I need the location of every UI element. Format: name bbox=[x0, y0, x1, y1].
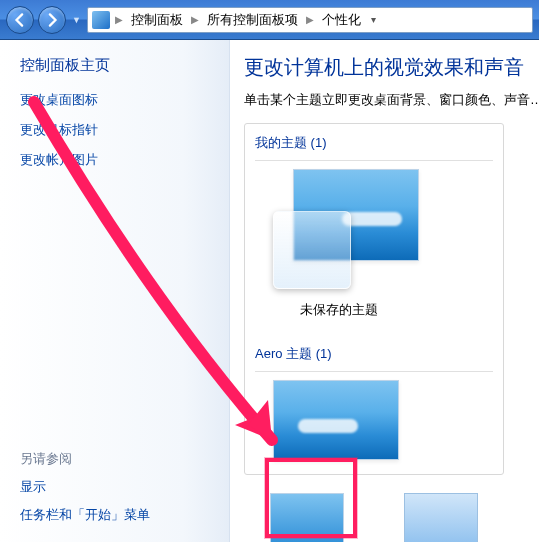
sidebar-see-also-label: 另请参阅 bbox=[20, 450, 223, 468]
breadcrumb-item[interactable]: 个性化 bbox=[319, 9, 364, 31]
sidebar-home-link[interactable]: 控制面板主页 bbox=[20, 56, 223, 75]
nav-history-dropdown[interactable]: ▼ bbox=[70, 15, 83, 25]
explorer-nav-bar: ▼ ▶ 控制面板 ▶ 所有控制面板项 ▶ 个性化 ▾ bbox=[0, 0, 539, 40]
page-subtitle: 单击某个主题立即更改桌面背景、窗口颜色、声音… bbox=[244, 91, 539, 109]
theme-item-unsaved[interactable] bbox=[273, 169, 421, 293]
nav-forward-button[interactable] bbox=[38, 6, 66, 34]
sidebar: 控制面板主页 更改桌面图标 更改鼠标指针 更改帐户图片 另请参阅 显示 任务栏和… bbox=[0, 40, 230, 542]
divider bbox=[255, 160, 493, 161]
control-panel-icon bbox=[92, 11, 110, 29]
themes-panel: 我的主题 (1) 未保存的主题 Aero 主题 (1) bbox=[244, 123, 504, 475]
breadcrumb-item[interactable]: 所有控制面板项 bbox=[204, 9, 301, 31]
option-row: 桌面背景 窗口颜色 bbox=[270, 493, 539, 542]
sidebar-link-display[interactable]: 显示 bbox=[20, 478, 223, 496]
cloud-icon bbox=[342, 212, 402, 226]
address-dropdown[interactable]: ▾ bbox=[366, 14, 382, 25]
window-color-icon bbox=[404, 493, 478, 542]
chevron-right-icon: ▶ bbox=[303, 14, 317, 25]
sidebar-link-account-picture[interactable]: 更改帐户图片 bbox=[20, 151, 223, 169]
address-bar[interactable]: ▶ 控制面板 ▶ 所有控制面板项 ▶ 个性化 ▾ bbox=[87, 7, 533, 33]
breadcrumb-item[interactable]: 控制面板 bbox=[128, 9, 186, 31]
sidebar-link-taskbar-start[interactable]: 任务栏和「开始」菜单 bbox=[20, 506, 223, 524]
theme-item-aero[interactable] bbox=[273, 380, 399, 460]
page-title: 更改计算机上的视觉效果和声音 bbox=[244, 54, 539, 81]
divider bbox=[255, 371, 493, 372]
group-label-aero-themes: Aero 主题 (1) bbox=[255, 345, 493, 363]
main-content: 更改计算机上的视觉效果和声音 单击某个主题立即更改桌面背景、窗口颜色、声音… 我… bbox=[230, 40, 539, 542]
wallpaper-icon bbox=[270, 493, 344, 542]
group-label-my-themes: 我的主题 (1) bbox=[255, 134, 493, 152]
nav-back-button[interactable] bbox=[6, 6, 34, 34]
option-desktop-background[interactable]: 桌面背景 bbox=[270, 493, 344, 542]
arrow-right-icon bbox=[45, 13, 59, 27]
theme-caption: 未保存的主题 bbox=[265, 301, 413, 319]
arrow-left-icon bbox=[13, 13, 27, 27]
chevron-right-icon: ▶ bbox=[188, 14, 202, 25]
sidebar-link-desktop-icons[interactable]: 更改桌面图标 bbox=[20, 91, 223, 109]
window-color-preview bbox=[273, 211, 351, 289]
option-window-color[interactable]: 窗口颜色 bbox=[404, 493, 478, 542]
chevron-right-icon: ▶ bbox=[112, 14, 126, 25]
sidebar-link-mouse-pointer[interactable]: 更改鼠标指针 bbox=[20, 121, 223, 139]
body: 控制面板主页 更改桌面图标 更改鼠标指针 更改帐户图片 另请参阅 显示 任务栏和… bbox=[0, 40, 539, 542]
